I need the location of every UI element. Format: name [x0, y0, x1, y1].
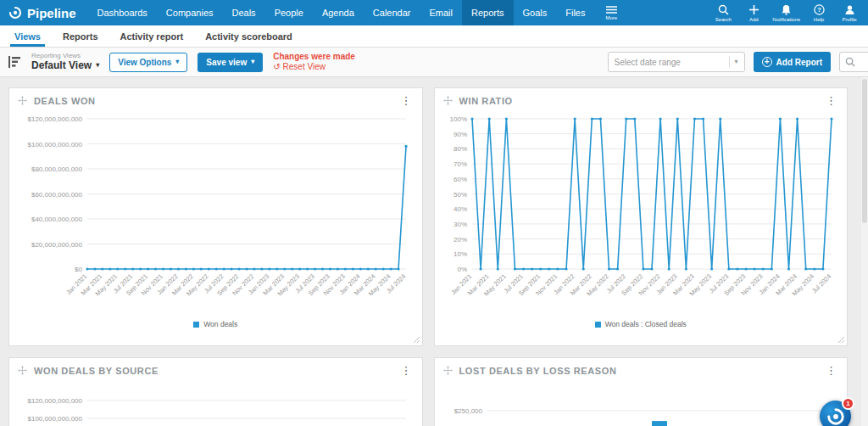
tab-activity-scoreboard[interactable]: Activity scoreboard	[194, 25, 303, 47]
svg-text:20%: 20%	[453, 236, 466, 244]
search-icon	[718, 4, 729, 15]
svg-text:$60,000,000,000: $60,000,000,000	[31, 191, 83, 199]
svg-text:$40,000,000,000: $40,000,000,000	[31, 216, 83, 223]
svg-text:$120,000,000,000: $120,000,000,000	[27, 397, 82, 405]
pipeline-chat-logo-icon	[826, 407, 845, 426]
toolbar: Reporting Views Default View ▾ View Opti…	[0, 48, 868, 77]
svg-text:50%: 50%	[453, 191, 466, 199]
view-selector[interactable]: Reporting Views Default View ▾	[31, 53, 99, 71]
tab-reports[interactable]: Reports	[52, 25, 109, 47]
plus-icon: +	[762, 57, 772, 67]
report-panel-lost-deals-by-loss-reason: LOST DEALS BY LOSS REASON⋮$250,000	[434, 357, 849, 426]
chevron-down-icon: ▾	[96, 62, 99, 69]
legend-swatch	[595, 322, 601, 328]
panels-grid: DEALS WON⋮$120,000,000,000$100,000,000,0…	[8, 87, 848, 426]
nav-more-button[interactable]: More	[595, 0, 629, 25]
add-report-button[interactable]: + Add Report	[754, 52, 831, 72]
profile-icon	[844, 4, 855, 15]
notifications-label: Notifications	[772, 17, 800, 22]
undo-icon: ↺	[273, 62, 280, 73]
profile-label: Profile	[842, 17, 856, 22]
app-window: Pipeline DashboardsCompaniesDealsPeopleA…	[0, 0, 868, 426]
report-tabs: ViewsReportsActivity reportActivity scor…	[0, 25, 868, 48]
top-nav: Pipeline DashboardsCompaniesDealsPeopleA…	[0, 0, 868, 25]
primary-nav: DashboardsCompaniesDealsPeopleAgendaCale…	[88, 0, 595, 25]
add-button[interactable]: Add	[738, 0, 769, 25]
nav-item-agenda[interactable]: Agenda	[313, 0, 364, 25]
panel-title: WON DEALS BY SOURCE	[34, 366, 159, 376]
hamburger-icon	[606, 6, 617, 14]
svg-text:$0: $0	[75, 266, 82, 273]
drag-handle-icon[interactable]	[18, 96, 27, 105]
legend-label: Won deals : Closed deals	[605, 320, 687, 328]
nav-item-reports[interactable]: Reports	[462, 0, 514, 25]
nav-item-files[interactable]: Files	[556, 0, 594, 25]
drag-handle-icon[interactable]	[18, 366, 27, 375]
notifications-icon	[781, 4, 792, 15]
notifications-button[interactable]: Notifications	[769, 0, 804, 25]
chevron-down-icon: ▾	[175, 59, 179, 65]
add-label: Add	[749, 17, 759, 22]
nav-more-label: More	[606, 15, 618, 20]
nav-item-deals[interactable]: Deals	[223, 0, 265, 25]
panel-header: WON DEALS BY SOURCE⋮	[9, 358, 422, 378]
profile-button[interactable]: Profile	[834, 0, 865, 25]
save-view-label: Save view	[206, 58, 247, 67]
nav-item-people[interactable]: People	[265, 0, 313, 25]
search-label: Search	[715, 17, 732, 22]
drag-handle-icon[interactable]	[443, 96, 453, 105]
svg-text:$100,000,000,000: $100,000,000,000	[27, 141, 82, 149]
brand[interactable]: Pipeline	[0, 0, 88, 25]
chart-canvas: $120,000,000,000$100,000,000,000	[14, 380, 416, 426]
nav-item-companies[interactable]: Companies	[157, 0, 223, 25]
search-icon	[845, 57, 855, 67]
tab-activity-report[interactable]: Activity report	[109, 25, 195, 47]
legend-label: Won deals	[203, 320, 237, 328]
search-button[interactable]: Search	[708, 0, 738, 25]
view-options-label: View Options	[118, 58, 171, 67]
reports-canvas: DEALS WON⋮$120,000,000,000$100,000,000,0…	[0, 77, 868, 426]
panel-title: DEALS WON	[34, 96, 96, 106]
chevron-down-icon: ▾	[251, 59, 254, 65]
chevron-down-icon: ▾	[735, 59, 738, 65]
panel-menu-button[interactable]: ⋮	[824, 365, 838, 376]
current-view-name: Default View	[31, 60, 92, 71]
help-button[interactable]: ?Help	[804, 0, 834, 25]
pipeline-logo-icon	[8, 6, 22, 20]
reset-view-link[interactable]: ↺ Reset View	[273, 62, 355, 73]
svg-text:$120,000,000,000: $120,000,000,000	[27, 115, 82, 123]
nav-item-goals[interactable]: Goals	[514, 0, 557, 25]
chart-legend: Won deals	[9, 320, 422, 328]
add-report-label: Add Report	[776, 58, 822, 67]
panel-header: WIN RATIO⋮	[435, 88, 848, 109]
nav-item-calendar[interactable]: Calendar	[364, 0, 420, 25]
reset-view-label: Reset View	[283, 62, 326, 73]
svg-text:100%: 100%	[449, 115, 466, 123]
scrollbar-thumb[interactable]	[862, 79, 867, 223]
tab-views[interactable]: Views	[3, 25, 52, 47]
svg-text:90%: 90%	[453, 131, 466, 138]
view-options-button[interactable]: View Options ▾	[109, 53, 187, 72]
panel-resize-handle[interactable]	[413, 336, 420, 344]
vertical-scrollbar[interactable]	[861, 77, 868, 426]
chat-widget-button[interactable]: 1	[820, 401, 851, 426]
svg-text:Jul 2024: Jul 2024	[810, 272, 832, 294]
svg-text:0%: 0%	[457, 266, 467, 273]
svg-text:60%: 60%	[453, 176, 466, 183]
panel-menu-button[interactable]: ⋮	[399, 95, 414, 106]
svg-text:30%: 30%	[453, 221, 466, 228]
nav-item-dashboards[interactable]: Dashboards	[88, 0, 157, 25]
brand-name: Pipeline	[27, 6, 76, 20]
panel-resize-handle[interactable]	[837, 336, 845, 344]
nav-item-email[interactable]: Email	[420, 0, 462, 25]
drag-handle-icon[interactable]	[443, 366, 453, 375]
panel-menu-button[interactable]: ⋮	[399, 365, 414, 376]
date-range-select[interactable]: Select date range ▾	[608, 52, 745, 72]
chart-canvas: $120,000,000,000$100,000,000,000$80,000,…	[14, 110, 416, 318]
report-search-input[interactable]	[839, 52, 868, 72]
notification-badge: 1	[842, 397, 854, 410]
report-panel-won-deals-by-source: WON DEALS BY SOURCE⋮$120,000,000,000$100…	[8, 357, 423, 426]
panel-menu-button[interactable]: ⋮	[824, 95, 838, 106]
svg-text:70%: 70%	[453, 160, 466, 168]
save-view-button[interactable]: Save view ▾	[198, 53, 263, 72]
